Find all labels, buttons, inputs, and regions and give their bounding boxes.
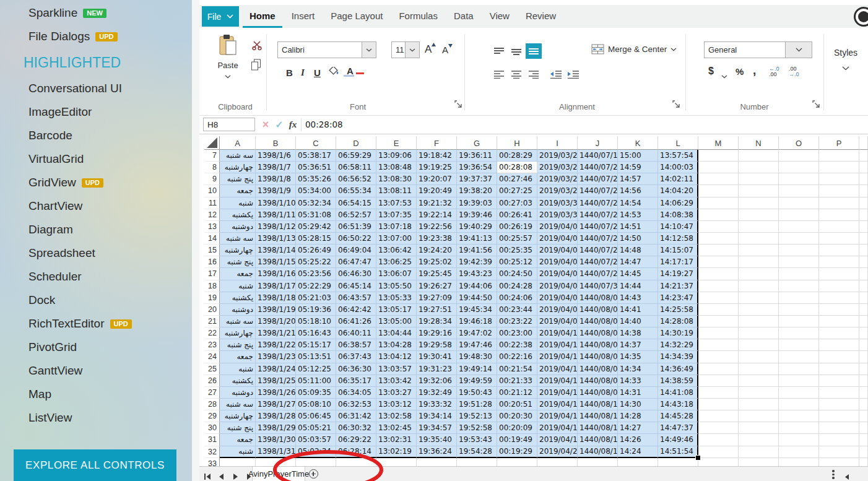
cell-B11[interactable]: 1398/1/10 [256, 197, 296, 209]
cell-G21[interactable]: 19:46:18 [457, 316, 497, 327]
cell-K10[interactable]: 14:56 [618, 185, 658, 197]
cell-L26[interactable]: 14:38:59 [658, 375, 698, 387]
cell-G24[interactable]: 19:48:30 [457, 351, 497, 363]
cell-H24[interactable]: 00:22:16 [497, 351, 537, 363]
cell-K13[interactable]: 14:51 [618, 221, 658, 233]
cell-B31[interactable]: 1398/1/30 [256, 434, 296, 446]
cell-C16[interactable]: 05:25:22 [296, 256, 336, 268]
cell-J15[interactable]: 1440/07/2 [578, 245, 618, 256]
cell-I15[interactable]: 2019/04/0 [537, 245, 578, 256]
cell-G27[interactable]: 19:50:43 [457, 387, 497, 399]
cell-C18[interactable]: 05:22:29 [296, 280, 336, 292]
align-left-button[interactable] [491, 66, 507, 82]
column-header-M[interactable]: M [698, 136, 739, 150]
cell-P29[interactable] [819, 410, 859, 422]
cell-H23[interactable]: 00:22:38 [497, 339, 537, 351]
cell-D23[interactable]: 06:38:57 [336, 339, 376, 351]
column-header-N[interactable]: N [739, 136, 779, 150]
cell-P24[interactable] [819, 351, 859, 363]
cell-B7[interactable]: 1398/1/6 [256, 150, 296, 162]
name-box[interactable]: H8 [203, 118, 255, 131]
cell-P33[interactable] [819, 458, 859, 466]
cell-A32[interactable]: شنبه [220, 446, 256, 458]
row-header-19[interactable]: 19 [204, 292, 220, 304]
nav-first-icon[interactable] [204, 471, 211, 481]
sidebar-item-barcode[interactable]: Barcode [0, 124, 192, 147]
row-header-25[interactable]: 25 [204, 363, 220, 375]
copy-button[interactable] [251, 59, 261, 73]
file-menu-button[interactable]: File [202, 6, 239, 27]
cell-D16[interactable]: 06:47:47 [336, 256, 376, 268]
cell-O25[interactable] [779, 363, 819, 375]
cell-I25[interactable]: 2019/04/1 [537, 363, 578, 375]
cell-B14[interactable]: 1398/1/13 [256, 233, 296, 245]
cell-I22[interactable]: 2019/04/1 [537, 327, 578, 339]
cell-C20[interactable]: 05:19:36 [296, 304, 336, 316]
bold-button[interactable]: B [286, 67, 293, 78]
cell-O18[interactable] [779, 280, 819, 292]
cell-M27[interactable] [698, 387, 739, 399]
column-header-E[interactable]: E [376, 136, 417, 150]
cell-P16[interactable] [819, 256, 859, 268]
cell-J13[interactable]: 1440/07/2 [578, 221, 618, 233]
percent-format-button[interactable]: % [736, 66, 744, 77]
cell-L7[interactable]: 13:57:54 [658, 150, 698, 162]
cell-I11[interactable]: 2019/03/3 [537, 197, 578, 209]
cell-K28[interactable]: 14:30 [618, 399, 658, 410]
cell-G14[interactable]: 19:41:13 [457, 233, 497, 245]
nav-next-icon[interactable] [233, 471, 238, 481]
cell-J10[interactable]: 1440/07/2 [578, 185, 618, 197]
cell-H13[interactable]: 00:26:19 [497, 221, 537, 233]
cell-B22[interactable]: 1398/1/21 [256, 327, 296, 339]
cell-G11[interactable]: 19:39:03 [457, 197, 497, 209]
cell-D18[interactable]: 06:45:14 [336, 280, 376, 292]
cell-D14[interactable]: 06:50:22 [336, 233, 376, 245]
cell-O9[interactable] [779, 173, 819, 185]
cell-G8[interactable]: 19:36:54 [457, 162, 497, 173]
tab-review[interactable]: Review [518, 5, 564, 28]
cell-N21[interactable] [739, 316, 779, 327]
cell-C12[interactable]: 05:31:08 [296, 209, 336, 221]
cell-B16[interactable]: 1398/1/15 [256, 256, 296, 268]
cell-D24[interactable]: 06:37:43 [336, 351, 376, 363]
row-header-29[interactable]: 29 [204, 410, 220, 422]
column-header-H[interactable]: H [497, 136, 537, 150]
cell-C15[interactable]: 05:26:49 [296, 245, 336, 256]
cell-K30[interactable]: 14:27 [618, 422, 658, 434]
sidebar-item-richtexteditor[interactable]: RichTextEditorUPD [0, 312, 192, 336]
cell-E21[interactable]: 13:05:00 [376, 316, 417, 327]
cell-N11[interactable] [739, 197, 779, 209]
cell-H25[interactable]: 00:21:54 [497, 363, 537, 375]
cell-H17[interactable]: 00:24:50 [497, 268, 537, 280]
cell-O24[interactable] [779, 351, 819, 363]
cell-O32[interactable] [779, 446, 819, 458]
cell-O30[interactable] [779, 422, 819, 434]
cell-N13[interactable] [739, 221, 779, 233]
fill-handle[interactable] [695, 455, 701, 461]
cell-I19[interactable]: 2019/04/0 [537, 292, 578, 304]
cell-M29[interactable] [698, 410, 739, 422]
cell-G10[interactable]: 19:38:20 [457, 185, 497, 197]
cell-E26[interactable]: 13:03:42 [376, 375, 417, 387]
cell-E27[interactable]: 13:03:27 [376, 387, 417, 399]
tab-formulas[interactable]: Formulas [391, 5, 446, 28]
cell-J18[interactable]: 1440/07/3 [578, 280, 618, 292]
cell-G28[interactable]: 19:51:28 [457, 399, 497, 410]
cancel-button[interactable]: × [259, 117, 272, 132]
cell-P18[interactable] [819, 280, 859, 292]
cell-F11[interactable]: 19:21:32 [417, 197, 457, 209]
row-header-26[interactable]: 26 [204, 375, 220, 387]
cell-C9[interactable]: 05:35:26 [296, 173, 336, 185]
cell-F13[interactable]: 19:22:56 [417, 221, 457, 233]
scroll-left-icon[interactable] [844, 471, 849, 481]
cell-J8[interactable]: 1440/07/2 [578, 162, 618, 173]
cell-D21[interactable]: 06:41:26 [336, 316, 376, 327]
cell-F8[interactable]: 19:19:25 [417, 162, 457, 173]
comma-format-button[interactable]: , [753, 64, 756, 77]
cell-J12[interactable]: 1440/07/2 [578, 209, 618, 221]
cell-A14[interactable]: سه شنبه [220, 233, 256, 245]
cell-J16[interactable]: 1440/07/2 [578, 256, 618, 268]
cell-P17[interactable] [819, 268, 859, 280]
cell-M18[interactable] [698, 280, 739, 292]
cell-L33[interactable] [658, 458, 698, 466]
